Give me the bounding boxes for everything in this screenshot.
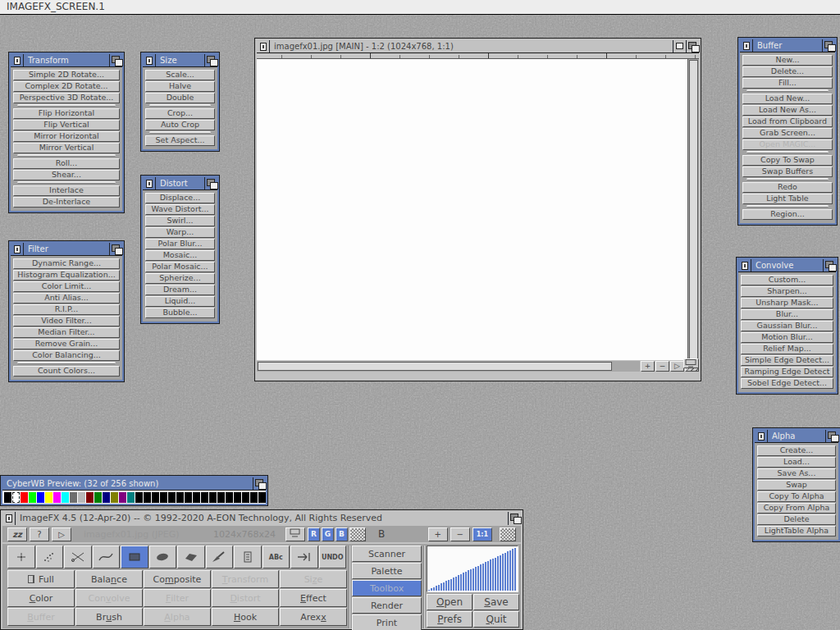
sharpen-button[interactable]: Sharpen... [741,286,833,297]
composite-button[interactable]: Composite [144,570,211,588]
color-button[interactable]: Color [7,589,75,607]
dynamic-range-button[interactable]: Dynamic Range... [13,258,120,269]
green-channel-toggle[interactable]: G [322,527,334,541]
close-gadget[interactable] [740,39,753,52]
motion-blur-button[interactable]: Motion Blur... [741,332,833,343]
prefs-button[interactable]: Prefs [427,611,472,628]
sobel-edge-detect-button[interactable]: Sobel Edge Detect... [741,378,833,389]
interlace-button[interactable]: Interlace [13,185,120,196]
region-button[interactable]: Region... [742,209,833,220]
depth-gadget[interactable] [109,54,122,66]
color-swatch[interactable] [53,492,61,503]
fill-button[interactable]: Fill... [742,78,833,89]
zoom-in-gadget[interactable]: + [641,361,655,372]
color-swatch[interactable] [94,492,102,503]
simple-edge-detect-button[interactable]: Simple Edge Detect... [741,355,833,366]
full-button[interactable]: Full [7,570,75,588]
new-button[interactable]: New... [742,55,833,66]
clipboard-tool[interactable] [234,546,262,568]
toolbox-button[interactable]: Toolbox [352,580,422,596]
color-swatch[interactable] [242,492,249,503]
close-gadget[interactable] [755,430,768,442]
depth-gadget[interactable] [253,477,266,490]
bubble-button[interactable]: Bubble... [145,308,215,318]
anti-alias-button[interactable]: Anti Alias... [13,293,120,304]
swap-button[interactable]: Swap [757,480,836,491]
liquid-button[interactable]: Liquid... [145,296,215,307]
lighttable-alpha-button[interactable]: LightTable Alpha [757,526,836,536]
color-swatch[interactable] [258,492,266,503]
depth-gadget[interactable] [109,243,122,255]
color-swatch[interactable] [176,492,184,503]
light-table-button[interactable]: Light Table [742,194,833,204]
color-swatch[interactable] [4,492,11,503]
brush-tool[interactable] [206,546,234,568]
copy-to-swap-button[interactable]: Copy To Swap [742,155,833,166]
zoom-out-button[interactable]: − [450,527,470,541]
create-button[interactable]: Create... [757,445,836,456]
vertical-scroll-thumb[interactable] [689,60,698,359]
color-swatch[interactable] [168,492,176,503]
video-filter-button[interactable]: Video Filter... [13,316,120,326]
flip-horizontal-button[interactable]: Flip Horizontal [13,108,120,119]
color-swatch[interactable] [127,492,135,503]
median-filter-button[interactable]: Median Filter... [13,327,120,338]
red-channel-toggle[interactable]: R [308,527,320,541]
screen-button[interactable] [285,527,305,541]
ramping-edge-detect-button[interactable]: Ramping Edge Detect [741,367,833,377]
arexx-button[interactable]: Arexx [280,608,347,626]
warp-button[interactable]: Warp... [145,227,215,238]
set-aspect-button[interactable]: Set Aspect... [145,135,215,146]
blur-button[interactable]: Blur... [741,309,833,320]
color-swatch[interactable] [193,492,200,503]
color-swatch[interactable] [234,492,241,503]
depth-gadget[interactable] [686,40,699,52]
horizontal-scrollbar[interactable] [257,361,640,372]
color-swatch[interactable] [78,492,85,503]
horizontal-scroll-thumb[interactable] [258,362,612,371]
swirl-button[interactable]: Swirl... [145,216,215,226]
polar-mosaic-button[interactable]: Polar Mosaic... [145,262,215,272]
effect-button[interactable]: Effect [280,589,347,607]
render-button[interactable]: Render [352,597,422,614]
color-swatch[interactable] [62,492,69,503]
copy-to-alpha-button[interactable]: Copy To Alpha [757,491,836,502]
color-swatch[interactable] [152,492,159,503]
zoom-level-button[interactable]: 1:1 [472,527,492,541]
color-swatch[interactable] [135,492,143,503]
screen-title-bar[interactable]: IMAGEFX_SCREEN.1 [0,0,840,15]
hook-button[interactable]: Hook [212,608,279,626]
pattern-button[interactable] [500,527,516,541]
custom-button[interactable]: Custom... [741,275,833,285]
load-from-clipboard-button[interactable]: Load from Clipboard [742,116,833,127]
text-tool[interactable]: ABc [262,546,290,568]
swap-buffers-button[interactable]: Swap Buffers [742,167,833,177]
color-swatch[interactable] [103,492,110,503]
color-swatch[interactable] [21,492,28,503]
open-button[interactable]: Open [427,594,472,610]
close-gadget[interactable] [738,259,751,272]
color-swatch[interactable] [185,492,192,503]
depth-gadget[interactable] [825,430,838,442]
color-swatch[interactable] [86,492,94,503]
color-swatch[interactable] [12,492,20,503]
color-swatch[interactable] [111,492,118,503]
simple-2d-rotate-button[interactable]: Simple 2D Rotate... [13,70,120,80]
delete-button[interactable]: Delete [757,514,836,525]
color-swatch[interactable] [250,492,258,503]
crop-button[interactable]: Crop... [145,108,215,119]
complex-2d-rotate-button[interactable]: Complex 2D Rotate... [13,81,120,92]
zoom-out-gadget[interactable]: − [655,361,669,372]
blue-channel-toggle[interactable]: B [336,527,348,541]
delete-button[interactable]: Delete... [742,66,833,77]
help-button[interactable]: ? [30,527,49,541]
dither-toggle[interactable] [349,527,366,541]
close-gadget[interactable] [2,512,16,525]
displace-button[interactable]: Displace... [145,193,215,203]
wave-distort-button[interactable]: Wave Distort... [145,204,215,215]
remove-grain-button[interactable]: Remove Grain... [13,339,120,349]
image-canvas[interactable] [257,59,688,360]
copy-from-alpha-button[interactable]: Copy From Alpha [757,503,836,514]
relief-map-button[interactable]: Relief Map... [741,344,833,354]
save-button[interactable]: Save [473,594,519,610]
